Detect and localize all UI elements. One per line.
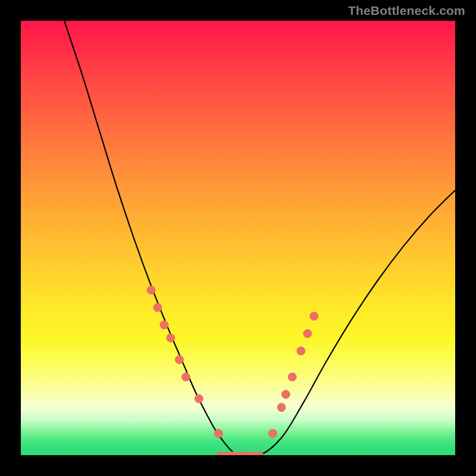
data-marker <box>175 355 183 364</box>
data-marker <box>277 403 286 412</box>
bottleneck-curve <box>64 21 455 455</box>
data-marker <box>181 373 190 381</box>
data-marker <box>214 430 223 438</box>
data-marker <box>281 390 290 399</box>
data-marker <box>256 452 264 455</box>
plot-area <box>21 21 455 455</box>
data-marker <box>250 452 257 455</box>
marker-cluster-valley <box>217 452 264 455</box>
data-marker <box>167 334 175 342</box>
data-marker <box>195 394 203 403</box>
data-marker <box>217 452 224 455</box>
data-marker <box>237 452 244 455</box>
data-marker <box>154 303 162 312</box>
data-marker <box>243 452 250 455</box>
data-marker <box>310 312 318 320</box>
data-marker <box>288 373 296 381</box>
data-marker <box>303 330 312 338</box>
curve-line <box>64 21 455 455</box>
data-marker <box>224 452 231 455</box>
data-marker <box>147 286 155 295</box>
data-marker <box>160 321 168 329</box>
data-marker <box>297 347 305 355</box>
watermark-text: TheBottleneck.com <box>348 4 465 18</box>
chart-frame: TheBottleneck.com <box>0 0 476 476</box>
data-marker <box>230 452 237 455</box>
marker-cluster-left <box>147 286 223 438</box>
data-marker <box>268 430 277 438</box>
curve-layer <box>21 21 455 455</box>
